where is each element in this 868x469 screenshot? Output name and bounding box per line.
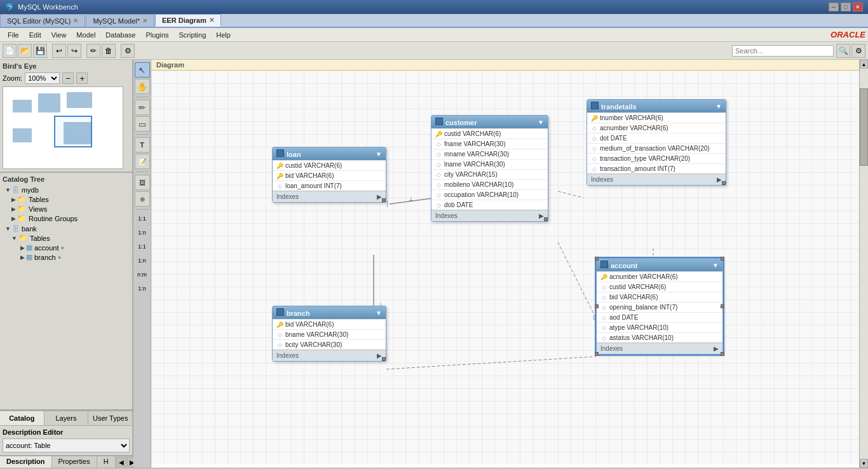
menu-edit[interactable]: Edit	[24, 30, 46, 40]
field-loan-bid[interactable]: 🔑 bid VARCHAR(6)	[273, 170, 386, 180]
field-customer-city[interactable]: ◇ city VARCHAR(15)	[431, 169, 548, 179]
toolbar-delete[interactable]: 🗑	[102, 44, 116, 58]
field-account-bid[interactable]: ◇ bid VARCHAR(6)	[597, 292, 722, 302]
toolbar-open[interactable]: 📂	[18, 44, 32, 58]
right-scrollbar[interactable]: ▲ ▼	[859, 60, 868, 468]
field-customer-custid[interactable]: 🔑 custid VARCHAR(6)	[431, 128, 548, 139]
rel-btn-1-1[interactable]: 1:1	[135, 212, 150, 225]
table-account-indexes[interactable]: Indexes ▶	[597, 343, 722, 354]
toolbar-search-icon[interactable]: 🔍	[836, 44, 850, 58]
field-customer-occupation[interactable]: ◇ occupation VARCHAR(10)	[431, 189, 548, 200]
ltab-layers[interactable]: Layers	[44, 411, 89, 425]
tool-hand[interactable]: ✋	[135, 79, 150, 94]
scroll-track[interactable]	[860, 69, 868, 459]
menu-view[interactable]: View	[46, 30, 72, 40]
table-account[interactable]: account ▼ 🔑 acnumber VARCHAR(6) ◇ custid…	[596, 258, 723, 355]
rel-btn-1-n[interactable]: 1:n	[135, 226, 150, 239]
ltab-user-types[interactable]: User Types	[88, 411, 132, 425]
field-tran-tnumber[interactable]: 🔑 tnumber VARCHAR(6)	[587, 112, 726, 123]
toolbar-edit[interactable]: ✏	[86, 44, 100, 58]
field-tran-acnumber[interactable]: ◇ acnumber VARCHAR(6)	[587, 123, 726, 133]
maximize-button[interactable]: □	[841, 3, 851, 11]
table-customer[interactable]: customer ▼ 🔑 custid VARCHAR(6) ◇ fname V…	[431, 115, 548, 222]
bltab-history[interactable]: H	[97, 456, 116, 468]
tab-eer-diagram[interactable]: EER Diagram ✕	[155, 14, 221, 27]
handle-br[interactable]	[721, 352, 724, 356]
ltab-catalog[interactable]: Catalog	[0, 411, 44, 425]
field-account-aod[interactable]: ◇ aod DATE	[597, 312, 722, 322]
table-loan-resize[interactable]	[382, 198, 386, 202]
table-branch-indexes[interactable]: Indexes ▶	[273, 350, 386, 361]
field-tran-dot[interactable]: ◇ dot DATE	[587, 133, 726, 143]
tree-item-mydb[interactable]: ▼ 🗄 mydb	[3, 186, 130, 194]
tab-sql-editor[interactable]: SQL Editor (MySQL) ✕	[0, 14, 85, 27]
field-customer-mobileno[interactable]: ◇ mobileno VARCHAR(10)	[431, 179, 548, 189]
table-customer-resize[interactable]	[544, 217, 548, 221]
field-account-custid[interactable]: ◇ custid VARCHAR(6)	[597, 282, 722, 292]
tree-item-account[interactable]: ▶ ▦ account ●	[3, 243, 130, 252]
table-branch[interactable]: branch ▼ 🔑 bid VARCHAR(6) ◇ bname VARCHA…	[272, 306, 386, 362]
table-loan[interactable]: loan ▼ 🔑 custid VARCHAR(6) 🔑 bid VARCHAR…	[272, 147, 386, 203]
minimize-button[interactable]: ─	[829, 3, 839, 11]
tool-image[interactable]: 🖼	[135, 175, 150, 190]
tool-pen[interactable]: ✏	[135, 100, 150, 115]
tree-item-mydb-routines[interactable]: ▶ 📁 Routine Groups	[3, 214, 130, 223]
table-branch-resize[interactable]	[382, 357, 386, 361]
close-sql-editor-icon[interactable]: ✕	[73, 17, 78, 24]
handle-bl[interactable]	[595, 352, 599, 356]
tab-mysql-model[interactable]: MySQL Model* ✕	[86, 14, 154, 27]
close-eer-diagram-icon[interactable]: ✕	[209, 17, 214, 24]
tool-text[interactable]: T	[135, 137, 150, 153]
menu-file[interactable]: File	[3, 30, 24, 40]
field-loan-amount[interactable]: ◇ loan_amount INT(7)	[273, 180, 386, 191]
tool-rect[interactable]: ▭	[135, 116, 150, 132]
toolbar-undo[interactable]: ↩	[52, 44, 66, 58]
zoom-select[interactable]: 100% 50% 75% 125% 150%	[25, 72, 60, 84]
menu-model[interactable]: Model	[71, 30, 100, 40]
panel-scroll-left[interactable]: ◀	[116, 457, 126, 467]
diagram-canvas[interactable]: ⊥ | > O > ⊢ loan	[151, 71, 859, 465]
rel-btn-1-1b[interactable]: 1:1	[135, 240, 150, 253]
field-tran-type[interactable]: ◇ transaction_type VARCHAR(20)	[587, 153, 726, 163]
toolbar-new[interactable]: 📄	[3, 44, 17, 58]
field-customer-fname[interactable]: ◇ fname VARCHAR(30)	[431, 139, 548, 149]
menu-database[interactable]: Database	[100, 30, 140, 40]
tree-item-bank-tables[interactable]: ▼ 📁 Tables	[3, 233, 130, 243]
field-account-acnumber[interactable]: 🔑 acnumber VARCHAR(6)	[597, 271, 722, 282]
menu-help[interactable]: Help	[211, 30, 236, 40]
table-trandetails[interactable]: trandetails ▼ 🔑 tnumber VARCHAR(6) ◇ acn…	[587, 99, 726, 186]
toolbar-extra1[interactable]: ⚙	[121, 44, 135, 58]
table-loan-indexes[interactable]: Indexes ▶	[273, 191, 386, 202]
rel-btn-1-nb[interactable]: 1:n	[135, 254, 150, 267]
field-branch-bname[interactable]: ◇ bname VARCHAR(30)	[273, 329, 386, 339]
toolbar-save[interactable]: 💾	[33, 44, 47, 58]
close-button[interactable]: ✕	[853, 3, 863, 11]
toolbar-settings-icon[interactable]: ⚙	[851, 44, 865, 58]
handle-tr[interactable]	[721, 257, 724, 261]
field-account-opening-balance[interactable]: ◇ opening_balance INT(7)	[597, 302, 722, 312]
table-trandetails-resize[interactable]	[722, 181, 726, 185]
field-branch-bcity[interactable]: ◇ bcity VARCHAR(30)	[273, 339, 386, 350]
tool-zoom-region[interactable]: ⊕	[135, 191, 150, 207]
table-customer-indexes[interactable]: Indexes ▶	[431, 210, 548, 221]
tree-item-mydb-views[interactable]: ▶ 📁 Views	[3, 204, 130, 214]
rel-btn-1-nc[interactable]: 1:n	[135, 282, 150, 295]
field-tran-medium[interactable]: ◇ medium_of_transaction VARCHAR(20)	[587, 143, 726, 153]
field-tran-amount[interactable]: ◇ transaction_amount INT(7)	[587, 163, 726, 173]
toolbar-search-input[interactable]	[732, 45, 834, 57]
close-mysql-model-icon[interactable]: ✕	[142, 17, 147, 24]
table-trandetails-indexes[interactable]: Indexes ▶	[587, 173, 726, 185]
bltab-properties[interactable]: Properties	[52, 456, 97, 468]
field-account-atype[interactable]: ◇ atype VARCHAR(10)	[597, 322, 722, 332]
field-customer-mname[interactable]: ◇ mname VARCHAR(30)	[431, 149, 548, 159]
description-select[interactable]: account: Table branch: Table loan: Table…	[3, 438, 130, 452]
field-account-astatus[interactable]: ◇ astatus VARCHAR(10)	[597, 332, 722, 343]
field-customer-lname[interactable]: ◇ lname VARCHAR(30)	[431, 159, 548, 169]
field-loan-custid[interactable]: 🔑 custid VARCHAR(6)	[273, 160, 386, 170]
handle-tl[interactable]	[595, 257, 599, 261]
menu-scripting[interactable]: Scripting	[174, 30, 212, 40]
tree-item-branch[interactable]: ▶ ▦ branch ●	[3, 252, 130, 262]
scroll-thumb[interactable]	[860, 88, 868, 167]
scroll-down-arrow[interactable]: ▼	[860, 459, 868, 468]
zoom-in-button[interactable]: +	[76, 72, 88, 84]
